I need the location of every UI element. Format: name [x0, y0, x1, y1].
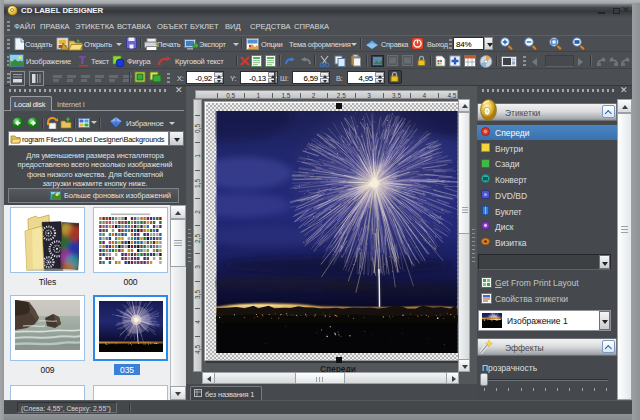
svg-text:T: T	[79, 54, 86, 66]
svg-text:ab: ab	[163, 63, 170, 69]
